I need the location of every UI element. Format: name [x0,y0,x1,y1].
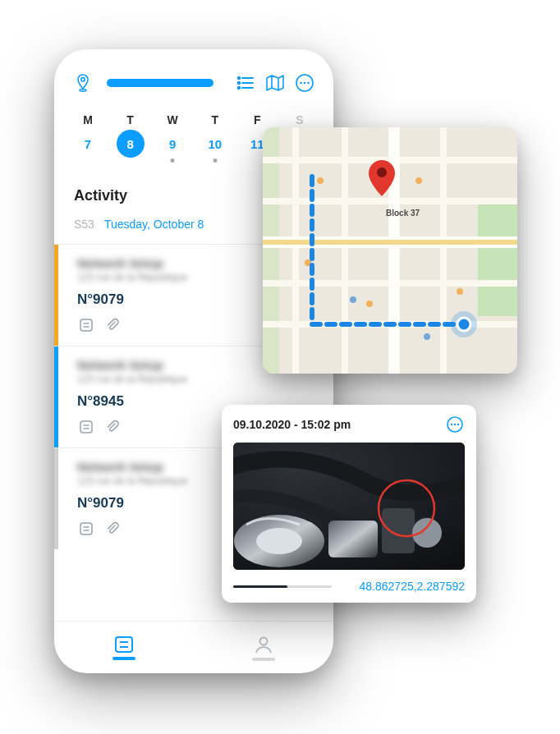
tab-activity[interactable] [106,635,142,660]
svg-point-9 [300,82,302,85]
event-dot [213,158,217,163]
note-icon[interactable] [77,316,95,334]
svg-point-56 [256,528,302,554]
weekday-label: S [286,113,314,126]
photo-more-icon[interactable] [445,415,465,434]
tab-profile[interactable] [246,635,282,661]
svg-rect-58 [382,508,415,553]
accent-bar [54,245,58,346]
map-preview[interactable]: Block 37 [263,127,517,374]
note-icon[interactable] [77,418,95,436]
day-10[interactable]: 10 [201,130,229,158]
bottom-bar [54,621,333,673]
tab-indicator [112,657,135,660]
svg-point-0 [81,78,85,81]
weekday-label: M [74,113,102,126]
more-icon[interactable] [294,72,315,94]
photo-coords[interactable]: 48.862725,2.287592 [360,580,465,593]
item-subtitle: 123 rue de la République [77,272,284,283]
svg-point-42 [366,300,373,307]
svg-rect-12 [80,319,92,331]
svg-point-46 [424,333,430,340]
tab-indicator [252,658,275,661]
photo-card: 09.10.2020 - 15:02 pm [222,405,476,603]
section-title: Activity [74,187,127,204]
attachment-icon[interactable] [103,418,122,436]
svg-rect-57 [328,521,378,557]
svg-point-11 [307,82,310,85]
item-title: Network Setup [77,256,284,270]
svg-point-43 [457,288,463,295]
weekday-label: T [201,113,229,126]
svg-point-59 [412,518,442,548]
svg-point-24 [260,637,268,645]
svg-point-48 [457,318,470,331]
svg-point-45 [350,296,356,303]
svg-rect-21 [116,637,132,652]
svg-point-49 [377,167,387,177]
list-icon[interactable] [235,72,256,94]
top-bar [54,49,333,105]
svg-point-7 [238,87,241,89]
svg-point-6 [238,82,241,85]
svg-point-52 [454,424,456,425]
photo-timestamp: 09.10.2020 - 15:02 pm [233,418,351,431]
svg-point-53 [457,424,459,425]
svg-rect-15 [80,421,92,433]
svg-rect-26 [478,201,517,316]
item-number: N°9079 [77,291,284,308]
map-icon[interactable] [264,72,286,94]
weekday-label: F [243,113,271,126]
svg-point-40 [317,177,324,184]
weekday-label: W [158,113,186,126]
location-pin-icon[interactable] [72,72,94,94]
svg-point-41 [415,177,422,184]
svg-point-5 [238,77,241,80]
day-8[interactable]: 8 [117,130,145,158]
item-subtitle: 123 rue de la République [77,374,319,385]
event-dot [171,158,175,163]
photo-slider[interactable] [233,585,332,588]
date-full: Tuesday, October 8 [104,218,204,231]
map-center-label: Block 37 [386,209,420,218]
attachment-icon[interactable] [103,520,122,538]
svg-point-10 [304,82,306,85]
day-9[interactable]: 9 [158,130,186,158]
svg-rect-18 [80,523,92,534]
day-7[interactable]: 7 [74,130,102,158]
accent-bar [54,448,58,549]
progress-pill [107,79,213,87]
attachment-icon[interactable] [103,316,122,334]
note-icon[interactable] [77,520,95,538]
svg-rect-27 [263,127,279,374]
svg-point-1 [80,89,86,91]
photo-image[interactable] [233,443,465,570]
weekday-header: M T W T F S [54,105,333,128]
week-code: S53 [74,218,94,231]
accent-bar [54,346,58,447]
weekday-label: T [117,113,145,126]
svg-point-51 [451,424,452,425]
